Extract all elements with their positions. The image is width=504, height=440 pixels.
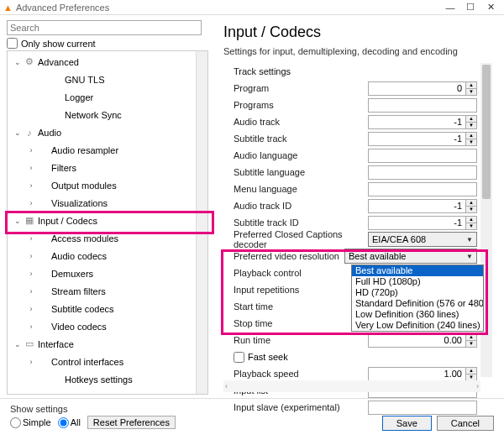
preferences-tree[interactable]: ⌄⚙AdvancedGNU TLSLoggerNetwork Sync⌄♪Aud…	[8, 51, 196, 394]
cancel-button[interactable]: Cancel	[437, 416, 494, 431]
run-time-spinner[interactable]: ▲▼	[368, 333, 477, 348]
label-subtitle-track: Subtitle track	[234, 134, 361, 144]
category-icon: ▭	[23, 338, 36, 349]
fast-seek-checkbox[interactable]: Fast seek	[234, 348, 477, 365]
tree-item[interactable]: Hotkeys settings	[8, 370, 196, 388]
expand-icon[interactable]: ›	[26, 287, 36, 296]
menu-language-input[interactable]	[368, 182, 477, 196]
label-pvr: Preferred video resolution	[234, 251, 344, 261]
search-input[interactable]	[7, 20, 202, 35]
reset-preferences-button[interactable]: Reset Preferences	[87, 416, 176, 429]
expand-icon[interactable]: ›	[26, 234, 36, 243]
minimize-button[interactable]: —	[440, 3, 460, 13]
run-time-input[interactable]	[368, 333, 465, 348]
label-input-slave: Input slave (experimental)	[234, 402, 361, 412]
subtitle-track-input[interactable]	[368, 132, 465, 146]
expand-icon[interactable]: ⌄	[13, 217, 23, 225]
tree-item[interactable]: ⌄▭Interface	[8, 335, 196, 353]
tree-item[interactable]: ›Subtitle codecs	[8, 300, 196, 317]
fast-seek-box[interactable]	[234, 352, 244, 363]
tree-item[interactable]: ›Video codecs	[8, 317, 196, 335]
pcc-decoder-combo[interactable]: EIA/CEA 608▼	[368, 232, 477, 247]
tree-item-label: Logger	[65, 92, 93, 102]
expand-icon[interactable]: ⌄	[13, 128, 23, 137]
tree-item[interactable]: ›Audio codecs	[8, 247, 196, 265]
expand-icon[interactable]: ⌄	[13, 58, 23, 66]
show-settings-label: Show settings	[10, 404, 176, 414]
save-button[interactable]: Save	[382, 416, 432, 431]
only-show-current-checkbox[interactable]: Only show current	[7, 38, 208, 49]
subtitle-track-id-input[interactable]	[368, 216, 465, 230]
spin-down-icon[interactable]: ▼	[466, 89, 476, 95]
tree-item[interactable]: ›Demuxers	[8, 265, 196, 282]
audio-track-input[interactable]	[368, 115, 465, 129]
expand-icon[interactable]: ›	[26, 322, 36, 331]
dropdown-option[interactable]: Best available	[352, 265, 483, 276]
tree-item[interactable]: ⌄▦Input / Codecs	[8, 212, 196, 229]
input-slave-input[interactable]	[368, 401, 477, 415]
expand-icon[interactable]: ›	[26, 181, 36, 190]
scrollbar-thumb[interactable]	[482, 65, 491, 199]
audio-track-id-spinner[interactable]: ▲▼	[368, 199, 477, 213]
tree-item-label: Subtitle codecs	[51, 304, 114, 314]
only-show-current-box[interactable]	[7, 38, 18, 49]
audio-track-id-input[interactable]	[368, 199, 465, 213]
tree-item[interactable]: Network Sync	[8, 106, 196, 123]
tree-scrollbar[interactable]	[196, 51, 207, 394]
tree-item[interactable]: GNU TLS	[8, 71, 196, 88]
dropdown-option[interactable]: Standard Definition (576 or 480 lines)	[352, 298, 483, 309]
tree-item[interactable]: ›Control interfaces	[8, 353, 196, 370]
dropdown-option[interactable]: HD (720p)	[352, 287, 483, 298]
tree-item-label: Interface	[38, 339, 74, 349]
label-stop-time: Stop time	[234, 318, 361, 328]
program-spinner[interactable]: ▲▼	[368, 81, 477, 96]
expand-icon[interactable]: ›	[26, 270, 36, 278]
programs-input[interactable]	[368, 98, 477, 113]
subtitle-track-spinner[interactable]: ▲▼	[368, 132, 477, 146]
preferred-video-resolution-combo[interactable]: Best available▼	[344, 249, 477, 264]
program-input[interactable]	[368, 81, 465, 96]
dropdown-option[interactable]: Full HD (1080p)	[352, 276, 483, 287]
settings-horizontal-scrollbar[interactable]: ‹›	[223, 380, 480, 392]
preferred-video-resolution-dropdown[interactable]: Best availableFull HD (1080p)HD (720p)St…	[351, 265, 484, 332]
expand-icon[interactable]: ⌄	[13, 340, 23, 348]
tree-item-label: Output modules	[51, 181, 117, 191]
tree-item[interactable]: ›Visualizations	[8, 194, 196, 212]
expand-icon[interactable]: ›	[26, 252, 36, 260]
playback-speed-input[interactable]	[368, 367, 465, 381]
chevron-down-icon: ▼	[466, 236, 473, 244]
expand-icon[interactable]: ›	[26, 199, 36, 207]
tree-item[interactable]: ›Access modules	[8, 229, 196, 247]
tree-item[interactable]: ›Filters	[8, 159, 196, 176]
tree-item[interactable]: ›Main interfaces	[8, 388, 196, 394]
label-run-time: Run time	[234, 335, 361, 345]
tree-item[interactable]: ›Audio resampler	[8, 141, 196, 159]
close-button[interactable]: ✕	[480, 2, 501, 13]
tree-item[interactable]: ⌄⚙Advanced	[8, 53, 196, 71]
tree-item[interactable]: ›Output modules	[8, 176, 196, 194]
playback-speed-spinner[interactable]: ▲▼	[368, 367, 477, 381]
all-radio[interactable]: All	[58, 417, 81, 428]
expand-icon[interactable]: ›	[26, 146, 36, 155]
expand-icon[interactable]: ›	[26, 358, 36, 366]
label-playback-speed: Playback speed	[234, 369, 361, 379]
simple-radio[interactable]: Simple	[10, 417, 51, 428]
tree-item-label: Audio codecs	[51, 251, 107, 261]
window-title: Advanced Preferences	[16, 3, 109, 13]
tree-item[interactable]: ›Stream filters	[8, 282, 196, 300]
subtitle-track-id-spinner[interactable]: ▲▼	[368, 216, 477, 230]
label-subtitle-language: Subtitle language	[234, 167, 361, 177]
spin-up-icon[interactable]: ▲	[466, 82, 476, 89]
dropdown-option[interactable]: Very Low Definition (240 lines)	[352, 320, 483, 331]
expand-icon[interactable]: ›	[26, 305, 36, 313]
expand-icon[interactable]: ›	[26, 164, 36, 172]
tree-item[interactable]: ⌄♪Audio	[8, 123, 196, 141]
expand-icon[interactable]: ›	[26, 393, 36, 395]
dropdown-option[interactable]: Low Definition (360 lines)	[352, 309, 483, 320]
audio-track-spinner[interactable]: ▲▼	[368, 115, 477, 129]
audio-language-input[interactable]	[368, 149, 477, 163]
subtitle-language-input[interactable]	[368, 165, 477, 180]
only-show-current-label: Only show current	[21, 39, 96, 49]
maximize-button[interactable]: ☐	[460, 2, 480, 13]
tree-item[interactable]: Logger	[8, 88, 196, 106]
